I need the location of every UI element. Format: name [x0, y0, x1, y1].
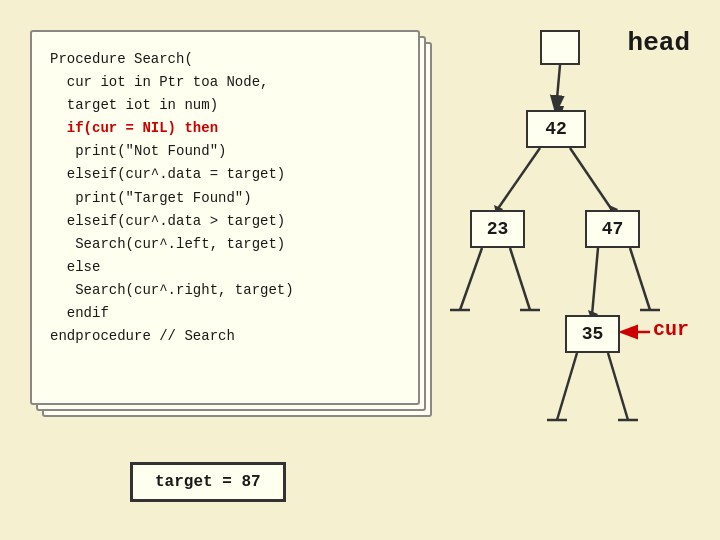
node-42: 42: [526, 110, 586, 148]
svg-line-9: [592, 248, 598, 315]
node-23: 23: [470, 210, 525, 248]
node-47: 47: [585, 210, 640, 248]
svg-line-1: [497, 148, 540, 210]
svg-line-11: [630, 248, 650, 310]
target-box: target = 87: [130, 462, 286, 502]
node-35-value: 35: [582, 324, 604, 344]
code-line: target iot in num): [50, 94, 400, 117]
head-label: head: [628, 28, 690, 58]
node-42-value: 42: [545, 119, 567, 139]
code-line: endif: [50, 302, 400, 325]
node-23-value: 23: [487, 219, 509, 239]
svg-line-3: [570, 148, 612, 210]
tree-area: head 42 23 47 35 cur: [440, 10, 700, 510]
code-line: print("Target Found"): [50, 187, 400, 210]
code-line: elseif(cur^.data > target): [50, 210, 400, 233]
code-line: endprocedure // Search: [50, 325, 400, 348]
code-line: else: [50, 256, 400, 279]
svg-line-13: [557, 353, 577, 420]
code-card-front: Procedure Search( cur iot in Ptr toa Nod…: [30, 30, 420, 405]
code-line: cur iot in Ptr toa Node,: [50, 71, 400, 94]
svg-line-15: [608, 353, 628, 420]
code-line: print("Not Found"): [50, 140, 400, 163]
code-line: Search(cur^.left, target): [50, 233, 400, 256]
svg-line-5: [460, 248, 482, 310]
tree-svg: [440, 10, 700, 520]
cur-label: cur: [653, 318, 689, 341]
node-head-box: [540, 30, 580, 65]
target-label: target = 87: [155, 473, 261, 491]
svg-line-7: [510, 248, 530, 310]
code-line: Search(cur^.right, target): [50, 279, 400, 302]
svg-line-0: [556, 65, 560, 110]
node-47-value: 47: [602, 219, 624, 239]
code-card-stack: Procedure Search( cur iot in Ptr toa Nod…: [30, 30, 440, 420]
node-35: 35: [565, 315, 620, 353]
code-line: if(cur = NIL) then: [50, 117, 400, 140]
code-line: elseif(cur^.data = target): [50, 163, 400, 186]
code-line: Procedure Search(: [50, 48, 400, 71]
